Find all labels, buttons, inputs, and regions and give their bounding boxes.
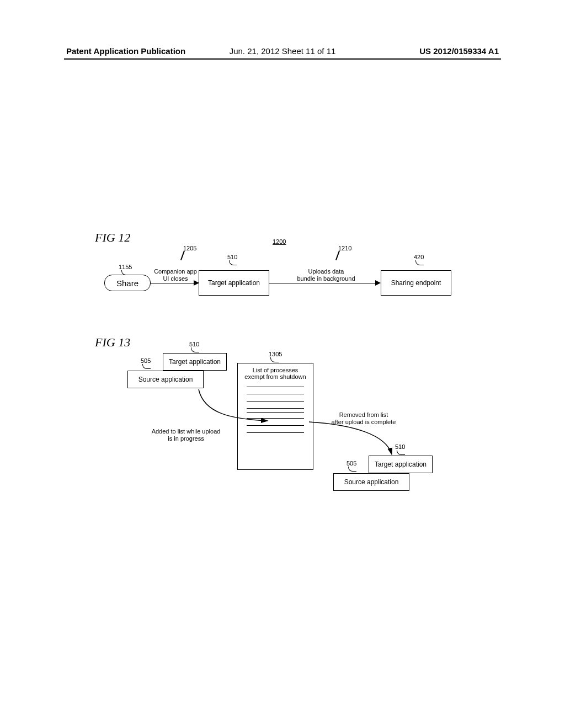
list-line xyxy=(247,432,304,433)
leader-510-a xyxy=(229,260,237,265)
arrow2-label-l2: bundle in background xyxy=(297,275,355,282)
ref-1155: 1155 xyxy=(119,264,132,270)
list-title-l2: exempt from shutdown xyxy=(240,373,311,380)
arrow-target-to-endpoint xyxy=(269,283,377,283)
ref-1210: 1210 xyxy=(338,245,351,251)
ref-1205: 1205 xyxy=(183,245,196,251)
arrow1-label: Companion app UI closes xyxy=(153,268,198,282)
header-rule xyxy=(64,58,501,60)
ref-505-a: 505 xyxy=(141,357,151,364)
leader-1305 xyxy=(270,357,279,362)
arrow-in-l2: is in progress xyxy=(168,435,204,442)
right-source-application-box: Source application xyxy=(333,473,409,491)
arrow1-label-l2: UI closes xyxy=(163,275,188,282)
page-header: Patent Application Publication Jun. 21, … xyxy=(66,46,499,56)
ref-510-a: 510 xyxy=(227,254,237,260)
process-list-box: List of processes exempt from shutdown xyxy=(237,363,313,470)
leader-510-b xyxy=(191,347,199,352)
arrow-out-caption: Removed from list after upload is comple… xyxy=(328,411,399,426)
arrowhead-2 xyxy=(375,280,381,286)
target-application-box-a: Target application xyxy=(199,270,269,296)
ref-510-c: 510 xyxy=(395,443,405,450)
right-target-application-box: Target application xyxy=(369,456,433,473)
slash-1210 xyxy=(333,251,343,261)
leader-420 xyxy=(415,260,424,265)
sharing-endpoint-box: Sharing endpoint xyxy=(381,270,451,296)
arrow1-label-l1: Companion app xyxy=(154,268,197,275)
ref-510-b: 510 xyxy=(189,341,199,347)
fig12-label: FIG 12 xyxy=(95,231,130,245)
ref-1305: 1305 xyxy=(269,351,282,357)
list-line xyxy=(247,408,304,409)
arrow2-label: Uploads data bundle in background xyxy=(291,268,361,282)
list-highlight-row xyxy=(247,412,304,419)
arrow-out-l1: Removed from list xyxy=(339,411,388,418)
arrow2-label-l1: Uploads data xyxy=(308,268,344,275)
leader-505-a xyxy=(142,364,151,369)
sheet-num: Jun. 21, 2012 Sheet 11 of 11 xyxy=(66,46,499,56)
left-target-application-box: Target application xyxy=(163,353,227,371)
arrow-out-l2: after upload is complete xyxy=(332,419,396,425)
ref-420: 420 xyxy=(414,254,424,260)
list-line xyxy=(247,394,304,394)
arrow-in-caption: Added to list while upload is in progres… xyxy=(139,428,233,442)
fig13-label: FIG 13 xyxy=(95,335,130,350)
leader-505-b xyxy=(348,467,356,472)
share-node: Share xyxy=(104,275,151,291)
list-line xyxy=(247,425,304,426)
list-line xyxy=(247,387,304,387)
arrow-in-l1: Added to list while upload xyxy=(152,428,221,435)
left-source-application-box: Source application xyxy=(127,371,204,388)
arrow-share-to-target xyxy=(151,283,196,283)
slash-1205 xyxy=(178,251,188,261)
list-line xyxy=(247,401,304,402)
leader-510-c xyxy=(397,450,405,455)
fig12-main-ref: 1200 xyxy=(273,238,286,245)
list-title-l1: List of processes xyxy=(240,367,311,373)
ref-505-b: 505 xyxy=(347,460,356,467)
